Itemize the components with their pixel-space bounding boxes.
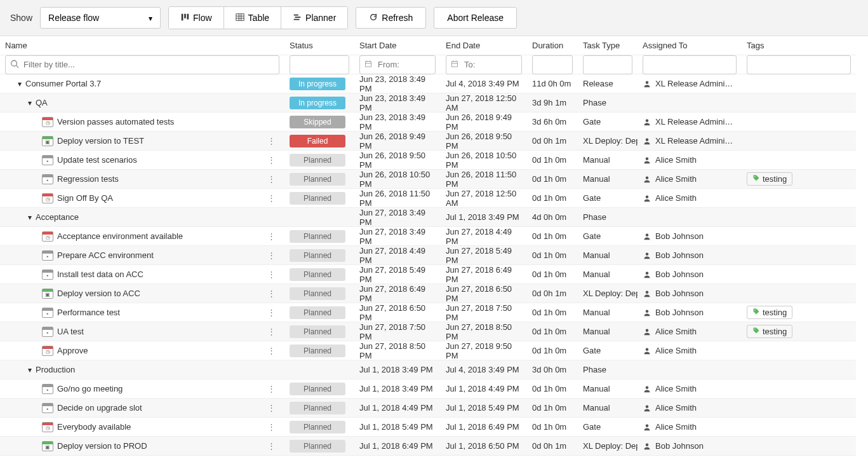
task-name[interactable]: Production — [36, 365, 75, 374]
col-assigned[interactable]: Assigned To — [638, 36, 742, 55]
tag[interactable]: testing — [747, 306, 792, 319]
row-menu-icon[interactable]: ⋮ — [264, 174, 279, 184]
col-name[interactable]: Name — [0, 36, 284, 55]
expand-toggle-icon[interactable] — [28, 365, 32, 374]
table-button[interactable]: Table — [224, 7, 281, 29]
name-cell: ▪UA test⋮ — [0, 322, 284, 341]
duration-cell: 0d 0h 1m — [527, 132, 578, 151]
row-menu-icon[interactable]: ⋮ — [264, 231, 279, 241]
task-name[interactable]: QA — [36, 98, 48, 107]
expand-toggle-icon[interactable] — [28, 98, 32, 107]
row-menu-icon[interactable]: ⋮ — [264, 270, 279, 279]
name-cell: Production — [0, 360, 284, 379]
task-name[interactable]: Acceptance — [36, 212, 79, 222]
svg-line-12 — [17, 65, 19, 68]
assigned-user: Alice Smith — [655, 403, 697, 413]
filter-status-input[interactable] — [290, 55, 349, 74]
task-name[interactable]: Deploy version to ACC — [57, 289, 140, 298]
row-menu-icon[interactable]: ⋮ — [264, 403, 279, 413]
col-duration[interactable]: Duration — [527, 36, 578, 55]
task-type-icon: ◷ — [42, 193, 53, 203]
task-name[interactable]: Prepare ACC environment — [57, 250, 154, 260]
user-icon — [643, 289, 651, 298]
duration-cell: 0d 1h 0m — [527, 151, 578, 170]
row-menu-icon[interactable]: ⋮ — [264, 327, 279, 336]
assigned-cell: Bob Johnson — [638, 227, 742, 246]
planner-label: Planner — [305, 13, 336, 23]
user-icon — [643, 175, 651, 184]
col-tasktype[interactable]: Task Type — [578, 36, 638, 55]
col-status[interactable]: Status — [284, 36, 354, 55]
planner-button[interactable]: Planner — [281, 7, 347, 29]
name-cell: ◷Sign Off By QA⋮ — [0, 189, 284, 208]
task-name[interactable]: Everybody available — [57, 422, 131, 432]
start-date-cell: Jul 1, 2018 3:49 PM — [354, 379, 441, 399]
row-menu-icon[interactable]: ⋮ — [264, 155, 279, 165]
expand-toggle-icon[interactable] — [28, 212, 32, 222]
col-tags[interactable]: Tags — [742, 36, 856, 55]
status-cell: Planned — [284, 399, 354, 418]
row-menu-icon[interactable]: ⋮ — [264, 289, 279, 298]
name-cell: ▪Regression tests⋮ — [0, 170, 284, 189]
abort-release-button[interactable]: Abort Release — [434, 7, 517, 29]
task-name[interactable]: Acceptance environment available — [57, 231, 183, 241]
row-menu-icon[interactable]: ⋮ — [264, 422, 279, 432]
expand-toggle-icon[interactable] — [18, 79, 22, 88]
row-menu-icon[interactable]: ⋮ — [264, 136, 279, 146]
task-name[interactable]: Update test scenarios — [57, 155, 137, 165]
task-name[interactable]: Approve — [57, 346, 88, 355]
user-icon — [643, 194, 651, 203]
svg-point-32 — [646, 310, 649, 313]
end-date-cell: Jul 1, 2018 3:49 PM — [441, 208, 527, 227]
view-select[interactable]: Release flow — [40, 7, 161, 29]
col-end[interactable]: End Date — [441, 36, 527, 55]
status-badge: In progress — [290, 78, 345, 90]
tasktype-cell: Phase — [578, 93, 638, 113]
row-menu-icon[interactable]: ⋮ — [264, 193, 279, 203]
task-name[interactable]: Deploy version to TEST — [57, 136, 144, 146]
filter-tasktype-input[interactable] — [583, 55, 632, 74]
svg-point-31 — [646, 290, 649, 294]
svg-point-33 — [754, 310, 756, 311]
status-badge: Skipped — [290, 116, 345, 128]
task-name[interactable]: Go/no go meeting — [57, 384, 123, 393]
user-icon — [643, 251, 651, 260]
row-menu-icon[interactable]: ⋮ — [264, 441, 279, 451]
tags-cell — [742, 208, 856, 227]
filter-assigned-input[interactable] — [643, 55, 737, 74]
filter-tags-input[interactable] — [747, 55, 851, 74]
name-cell: Acceptance — [0, 208, 284, 227]
tag[interactable]: testing — [747, 325, 792, 338]
tasktype-cell: Gate — [578, 113, 638, 132]
tag-icon — [752, 308, 760, 317]
col-start[interactable]: Start Date — [354, 36, 441, 55]
task-name[interactable]: Decide on upgrade slot — [57, 403, 142, 413]
filter-duration-input[interactable] — [532, 55, 573, 74]
flow-button[interactable]: Flow — [169, 7, 224, 29]
row-menu-icon[interactable]: ⋮ — [264, 346, 279, 355]
task-name[interactable]: Consumer Portal 3.7 — [25, 79, 101, 88]
task-name[interactable]: Performance test — [57, 308, 120, 317]
task-name[interactable]: UA test — [57, 327, 84, 336]
row-menu-icon[interactable]: ⋮ — [264, 250, 279, 260]
abort-release-label: Abort Release — [447, 13, 504, 23]
status-badge: Failed — [290, 135, 345, 147]
task-type-icon: ▣ — [42, 289, 53, 299]
status-cell: Planned — [284, 151, 354, 170]
task-name[interactable]: Version passes automated tests — [57, 117, 174, 126]
user-icon — [643, 308, 651, 317]
task-name[interactable]: Install test data on ACC — [57, 270, 144, 279]
duration-cell: 3d 0h 0m — [527, 360, 578, 379]
task-name[interactable]: Sign Off By QA — [57, 193, 113, 203]
tag[interactable]: testing — [747, 172, 792, 186]
filter-title-input[interactable] — [5, 55, 279, 74]
status-cell: Planned — [284, 227, 354, 246]
refresh-button[interactable]: Refresh — [356, 7, 426, 29]
row-menu-icon[interactable]: ⋮ — [264, 384, 279, 393]
name-cell: ◷Approve⋮ — [0, 341, 284, 360]
row-menu-icon[interactable]: ⋮ — [264, 308, 279, 317]
task-name[interactable]: Deploy version to PROD — [57, 441, 147, 451]
tag-icon — [752, 174, 760, 184]
task-name[interactable]: Regression tests — [57, 174, 119, 184]
svg-point-27 — [646, 195, 649, 198]
